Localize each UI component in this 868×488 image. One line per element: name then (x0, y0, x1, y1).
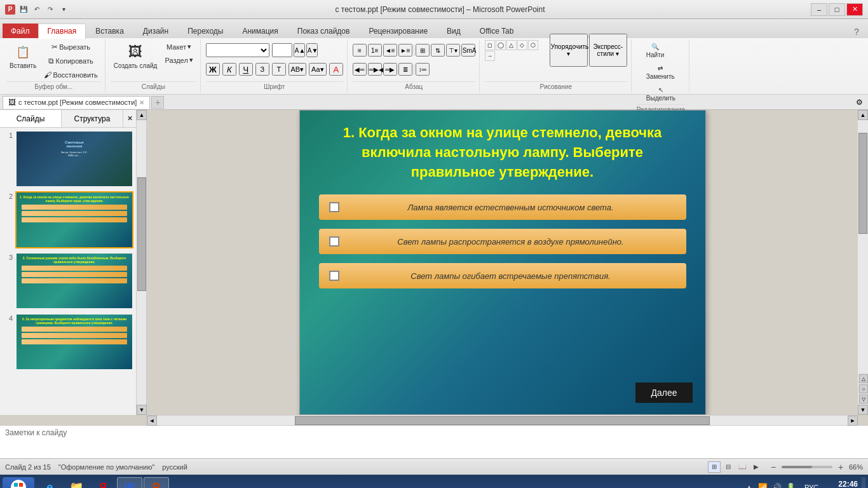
arrange-button[interactable]: Упорядочить ▾ (550, 34, 588, 67)
show-desktop-btn[interactable] (862, 477, 865, 488)
slide-thumbnail-3[interactable]: 3 2. Солнечным ранним утром небо было бе… (3, 252, 133, 309)
tray-arrow[interactable]: ▲ (743, 482, 755, 488)
tab-design[interactable]: Дизайн (133, 24, 178, 38)
more-quick-btn[interactable]: ▾ (58, 4, 69, 15)
save-quick-btn[interactable]: 💾 (18, 4, 29, 15)
font-size-input[interactable] (272, 43, 292, 57)
redo-quick-btn[interactable]: ↷ (44, 4, 56, 15)
case-button[interactable]: Аа▾ (309, 63, 327, 76)
option-3-checkbox[interactable] (329, 271, 339, 281)
taskbar-word[interactable]: W (117, 477, 142, 488)
maximize-button[interactable]: □ (829, 3, 845, 16)
tab-insert[interactable]: Вставка (86, 24, 133, 38)
slide-select-btn[interactable]: ○ (859, 384, 868, 393)
font-family-select[interactable] (206, 43, 269, 57)
slides-tab[interactable]: Слайды (0, 110, 62, 127)
scroll-up-button[interactable]: ▲ (137, 110, 147, 120)
select-button[interactable]: ↖ Выделить (643, 84, 679, 104)
paste-button[interactable]: 📋 Вставить (6, 41, 39, 72)
underline-button[interactable]: Ч (239, 63, 253, 76)
tab-view[interactable]: Вид (437, 24, 470, 38)
zoom-slider[interactable] (782, 466, 832, 468)
numbering-button[interactable]: 1≡ (368, 44, 382, 57)
network-icon[interactable]: 📶 (757, 482, 769, 488)
tab-officetab[interactable]: Office Tab (470, 24, 524, 38)
hscroll-right[interactable]: ► (848, 416, 858, 426)
document-tab[interactable]: 🖼 с тестом.ppt [Режим совместимости] ✕ (3, 96, 150, 109)
justify-button[interactable]: ≣ (398, 63, 412, 76)
replace-button[interactable]: ⇄ Заменить (643, 62, 678, 83)
align-right-button[interactable]: ═▶ (383, 63, 397, 76)
cut-button[interactable]: ✂ Вырезать (41, 41, 100, 53)
slide-option-1[interactable]: Лампа является естественным источником с… (319, 194, 686, 220)
shape-item[interactable]: ◯ (496, 40, 506, 50)
slideshow-btn[interactable]: ▶ (750, 461, 763, 473)
tab-review[interactable]: Рецензирование (359, 24, 437, 38)
increase-indent-button[interactable]: ►≡ (398, 44, 412, 57)
undo-quick-btn[interactable]: ↶ (31, 4, 43, 15)
reading-view-btn[interactable]: 📖 (736, 461, 749, 473)
decrease-indent-button[interactable]: ◄≡ (383, 44, 397, 57)
editor-scroll-up[interactable]: ▲ (858, 110, 868, 120)
tab-animation[interactable]: Анимация (233, 24, 287, 38)
tab-file[interactable]: Файл (3, 24, 38, 38)
hscroll-left[interactable]: ◄ (147, 416, 157, 426)
prev-slide-btn[interactable]: △ (859, 374, 868, 383)
panel-close-button[interactable]: ✕ (123, 110, 136, 127)
new-slide-button[interactable]: 🖼 Создать слайд (111, 41, 161, 72)
smartart-button[interactable]: SmA (461, 44, 475, 57)
slide-thumbnail-4[interactable]: 4 3. За непрозрачным предметом наблюдает… (3, 313, 133, 370)
editor-scroll-down[interactable]: ▼ (858, 405, 868, 415)
slide-thumbnail-2[interactable]: 2 1. Когда за окном на улице стемнело, д… (3, 191, 133, 248)
tab-slideshow[interactable]: Показ слайдов (288, 24, 360, 38)
slide-canvas[interactable]: 1. Когда за окном на улице стемнело, дев… (299, 110, 706, 415)
normal-view-btn[interactable]: ⊞ (708, 461, 721, 473)
battery-icon[interactable]: 🔋 (785, 482, 797, 488)
option-1-checkbox[interactable] (329, 202, 339, 212)
slide-option-3[interactable]: Свет лампы огибает встречаемые препятств… (319, 263, 686, 288)
shape-item[interactable]: ◻ (485, 40, 495, 50)
shape-item[interactable]: ⬡ (528, 40, 538, 50)
taskbar-ie[interactable]: e (37, 477, 62, 488)
text-direction-button[interactable]: ⇅ (431, 44, 445, 57)
slide-option-2[interactable]: Свет лампы распространяется в воздухе пр… (319, 229, 686, 254)
line-spacing-button[interactable]: ↕═ (416, 63, 430, 76)
taskbar-explorer[interactable]: 📁 (64, 477, 89, 488)
slide-thumbnail-1[interactable]: 1 Световыеявления Автор: Кулиненко Э.Е.Ф… (3, 130, 133, 187)
layout-button[interactable]: Макет ▾ (161, 41, 196, 53)
font-decrease-btn[interactable]: A▼ (306, 43, 318, 57)
tab-settings-button[interactable]: ⚙ (853, 96, 865, 109)
volume-icon[interactable]: 🔊 (771, 482, 783, 488)
slide-sorter-btn[interactable]: ⊟ (722, 461, 735, 473)
copy-button[interactable]: ⧉ Копировать (41, 55, 100, 67)
section-button[interactable]: Раздел ▾ (161, 54, 196, 66)
italic-button[interactable]: К (222, 63, 236, 76)
shape-item[interactable]: ◇ (517, 40, 527, 50)
align-left-button[interactable]: ◀═ (353, 63, 367, 76)
close-button[interactable]: ✕ (846, 3, 863, 16)
align-text-button[interactable]: ⊤▾ (446, 44, 460, 57)
format-painter-button[interactable]: 🖌 Восстановить (41, 69, 100, 81)
shape-item[interactable]: △ (506, 40, 517, 50)
align-center-button[interactable]: ═▶◀═ (368, 63, 382, 76)
font-color-button[interactable]: А (329, 63, 343, 76)
clock[interactable]: 22:46 28.06.2015 (826, 480, 858, 489)
option-2-checkbox[interactable] (329, 236, 339, 247)
find-button[interactable]: 🔍 Найти (643, 41, 668, 61)
char-spacing-button[interactable]: АВ▾ (288, 63, 306, 76)
quick-styles-button[interactable]: Экспресс-стили ▾ (589, 34, 627, 67)
minimize-button[interactable]: – (811, 3, 827, 16)
shape-item[interactable]: → (485, 51, 495, 61)
next-slide-btn[interactable]: ▽ (859, 395, 868, 403)
font-increase-btn[interactable]: A▲ (294, 43, 305, 57)
taskbar-yandex[interactable]: Я (90, 477, 116, 488)
doc-tab-close-button[interactable]: ✕ (139, 99, 144, 106)
col-count-button[interactable]: ⊞ (416, 44, 430, 57)
zoom-out-btn[interactable]: − (768, 461, 779, 473)
zoom-in-btn[interactable]: + (835, 461, 846, 473)
language-indicator[interactable]: РУС (801, 484, 822, 488)
tab-home[interactable]: Главная (38, 24, 86, 39)
scroll-down-button[interactable]: ▼ (137, 405, 147, 415)
taskbar-powerpoint[interactable]: P (144, 477, 169, 488)
outline-tab[interactable]: Структура (62, 110, 123, 127)
